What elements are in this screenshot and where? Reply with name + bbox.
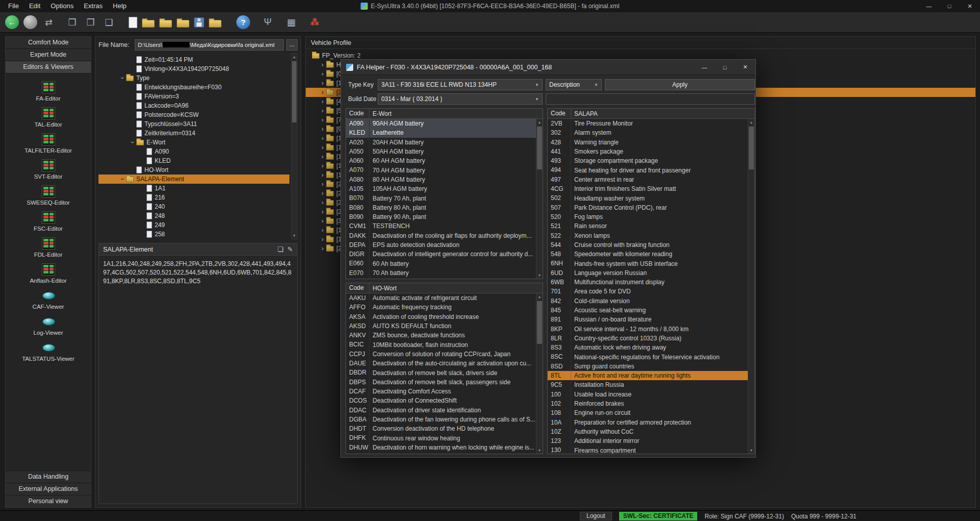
- folder-export-icon[interactable]: [177, 20, 189, 28]
- tree-node-a090[interactable]: A090: [99, 147, 289, 156]
- dialog-maximize-button[interactable]: □: [715, 60, 735, 75]
- salapa-row-8kp[interactable]: 8KPOil service interval - 12 months / 8,…: [548, 325, 748, 334]
- sidebar-item-tal-editor[interactable]: TAL-Editor: [6, 105, 91, 131]
- dialog-text-field[interactable]: [546, 93, 755, 105]
- folder-import-icon[interactable]: [159, 20, 172, 28]
- chevron-icon[interactable]: ›: [118, 75, 127, 82]
- ewort-row-a050[interactable]: A05050AH AGM battery: [346, 147, 536, 156]
- chevron-icon[interactable]: ›: [319, 134, 326, 142]
- salapa-row-428[interactable]: 428Warning triangle: [548, 138, 748, 147]
- sidebar-item-fdl-editor[interactable]: FDL-Editor: [6, 235, 91, 261]
- scroll-thumb[interactable]: [537, 127, 542, 169]
- ewort-row-a020[interactable]: A02020AH AGM battery: [346, 138, 536, 147]
- chevron-icon[interactable]: ›: [319, 180, 326, 188]
- scroll-thumb[interactable]: [537, 301, 542, 344]
- howort-desc-column-header[interactable]: HO-Wort: [370, 285, 397, 292]
- chevron-icon[interactable]: ›: [319, 189, 326, 197]
- chevron-icon[interactable]: ›: [129, 139, 137, 146]
- salapa-row-4cg[interactable]: 4CGInterior trim finishers Satin Silver …: [548, 184, 748, 193]
- tree-node-ho-wort[interactable]: HO-Wort: [99, 165, 289, 175]
- ewort-code-column-header[interactable]: Code: [346, 109, 370, 118]
- scroll-up-icon[interactable]: ▲: [291, 54, 297, 60]
- ewort-row-a070[interactable]: A07070 AH AGM battery: [346, 165, 536, 175]
- sidebar-expert-mode-button[interactable]: Expert Mode: [6, 49, 91, 61]
- salapa-row-2vb[interactable]: 2VBTire Pressure Monitor: [548, 119, 748, 128]
- salapa-row-494[interactable]: 494Seat heating for driver and front pas…: [548, 165, 748, 175]
- ewort-row-a060[interactable]: A06060 AH AGM battery: [346, 156, 536, 165]
- ewort-row-e060[interactable]: E06060 Ah battery: [346, 259, 536, 268]
- sidebar-item-fa-editor[interactable]: FA-Editor: [6, 79, 91, 105]
- salapa-row-493[interactable]: 493Storage compartment package: [548, 156, 748, 165]
- connector-icon[interactable]: Ψ: [261, 15, 275, 29]
- salapa-row-8sd[interactable]: 8SDSump guard countries: [548, 362, 748, 371]
- salapa-row-701[interactable]: 701Area code 5 for DVD: [548, 287, 748, 296]
- file-path-input[interactable]: D:\Users\\Меда\Кодировки\fa original.xml: [135, 39, 284, 51]
- menu-help[interactable]: Help: [108, 0, 132, 12]
- tree-node-240[interactable]: 240: [99, 202, 289, 211]
- ewort-row-kled[interactable]: KLEDLeatherette: [346, 128, 536, 137]
- tree-node-zeit-01-45-14-pm[interactable]: Zeit=01:45:14 PM: [99, 55, 289, 64]
- salapa-desc-column-header[interactable]: SALAPA: [571, 110, 598, 117]
- salapa-row-845[interactable]: 845Acoustic seat-belt warning: [548, 306, 748, 315]
- howort-row-dibs[interactable]: DIBSDeactivation of the interior motion …: [346, 452, 536, 454]
- chevron-icon[interactable]: ›: [319, 162, 326, 170]
- chevron-icon[interactable]: ›: [319, 97, 326, 106]
- howort-row-affo[interactable]: AFFOAutomatic frequency tracking: [346, 303, 536, 312]
- salapa-row-441[interactable]: 441Smokers package: [548, 147, 748, 156]
- back-icon[interactable]: ←: [5, 15, 19, 29]
- ewort-desc-column-header[interactable]: E-Wort: [370, 110, 391, 117]
- sidebar-editors-viewers-button[interactable]: Editors & Viewers: [6, 61, 91, 73]
- tree-node-entwicklungsbaureihe-f030[interactable]: Entwicklungsbaureihe=F030: [99, 83, 289, 92]
- chevron-icon[interactable]: ›: [319, 88, 326, 96]
- chevron-icon[interactable]: ›: [319, 116, 326, 124]
- howort-row-dbps[interactable]: DBPSDeactivation of remove belt slack, p…: [346, 378, 536, 387]
- logout-button[interactable]: Logout: [580, 512, 612, 520]
- howort-row-dcos[interactable]: DCOSDeactivation of ConnectedShift: [346, 396, 536, 405]
- sidebar-item-anflash-editor[interactable]: Anflash-Editor: [6, 261, 91, 287]
- howort-row-ddac[interactable]: DDACDeactivation of driver state identif…: [346, 406, 536, 415]
- salapa-row-6nh[interactable]: 6NHHands-free system with USB interface: [548, 259, 748, 268]
- menu-extras[interactable]: Extras: [79, 0, 108, 12]
- browse-button[interactable]: ...: [286, 39, 298, 51]
- salapa-row-302[interactable]: 302Alarm system: [548, 128, 748, 137]
- ewort-row-dakk[interactable]: DAKKDeactivation of the cooling air flap…: [346, 231, 536, 240]
- tree-node-salapa-element[interactable]: ›SALAPA-Element: [99, 175, 289, 184]
- type-key-select[interactable]: 3A11 - F30 316i ECE LL RWD N13 134HP ▼: [378, 79, 543, 90]
- salapa-row-507[interactable]: 507Park Distance Control (PDC), rear: [548, 203, 748, 212]
- tree-node-kled[interactable]: KLED: [99, 156, 289, 165]
- description-select[interactable]: Description ▼: [546, 79, 602, 90]
- help-icon[interactable]: ?: [236, 15, 250, 29]
- ewort-row-a080[interactable]: A08080 AH AGM battery: [346, 175, 536, 184]
- salapa-row-8lr[interactable]: 8LRCountry-specific control 10323 (Russi…: [548, 334, 748, 343]
- tree-node-1a1[interactable]: 1A1: [99, 184, 289, 193]
- chevron-icon[interactable]: ›: [319, 226, 326, 234]
- chevron-icon[interactable]: ›: [319, 70, 326, 78]
- salapa-row-108[interactable]: 108Engine run-on circuit: [548, 408, 748, 417]
- ewort-row-digr[interactable]: DIGRDeactivation of intelligent generato…: [346, 250, 536, 259]
- scroll-down-icon[interactable]: ▼: [291, 232, 297, 239]
- build-date-select[interactable]: 0314 - Mar ( 03.2014 ) ▼: [378, 93, 543, 105]
- minimize-button[interactable]: —: [919, 0, 939, 12]
- scroll-up-icon[interactable]: ▲: [536, 293, 543, 300]
- chevron-icon[interactable]: ›: [319, 79, 326, 87]
- salapa-row-8s3[interactable]: 8S3Automatic lock when driving away: [548, 343, 748, 352]
- file-export-icon[interactable]: ❐: [65, 15, 79, 29]
- sidebar-item-talstatus-viewer[interactable]: TALSTATUS-Viewer: [6, 339, 91, 365]
- ewort-row-a090[interactable]: A09090AH AGM battery: [346, 119, 536, 128]
- file-tree-scrollbar[interactable]: ▲ ▼: [291, 53, 298, 239]
- scroll-down-icon[interactable]: ▼: [536, 272, 543, 279]
- salapa-row-520[interactable]: 520Fog lamps: [548, 212, 748, 221]
- howort-row-aksa[interactable]: AKSAActivation of cooling threshold incr…: [346, 312, 536, 321]
- menu-options[interactable]: Options: [45, 0, 79, 12]
- connection-icon[interactable]: ⇄: [42, 15, 56, 29]
- scroll-thumb[interactable]: [292, 61, 297, 122]
- salapa-row-891[interactable]: 891Russian / on-board literature: [548, 315, 748, 324]
- chevron-icon[interactable]: ›: [118, 176, 127, 183]
- chevron-icon[interactable]: ›: [319, 125, 326, 133]
- chevron-icon[interactable]: ›: [319, 208, 326, 216]
- howort-row-dhuw[interactable]: DHUWDeactivation of horn warning when lo…: [346, 443, 536, 452]
- dialog-close-button[interactable]: ✕: [735, 60, 755, 75]
- chevron-icon[interactable]: ›: [319, 143, 326, 152]
- ewort-row-e070[interactable]: E07070 Ah battery: [346, 268, 536, 278]
- scroll-thumb[interactable]: [749, 127, 754, 169]
